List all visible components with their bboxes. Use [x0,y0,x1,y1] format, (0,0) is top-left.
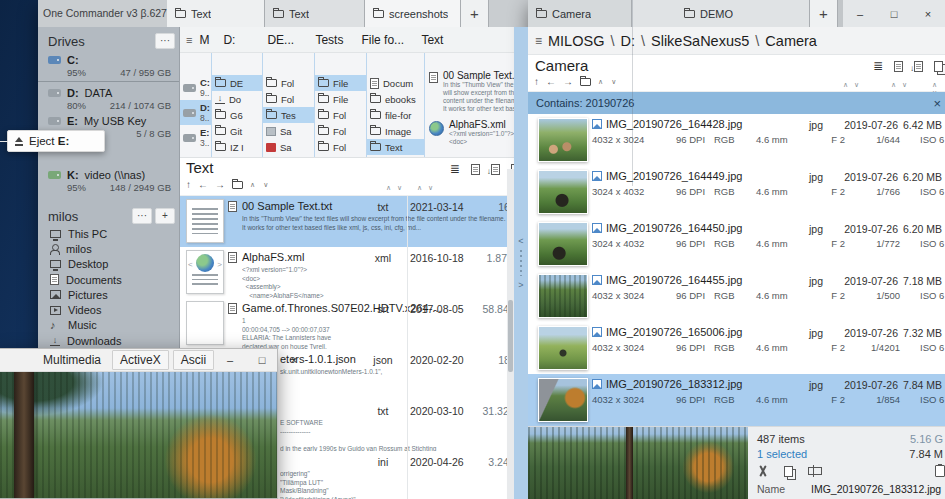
folder-up-icon[interactable] [232,181,243,189]
forward-icon[interactable]: → [563,76,573,87]
miller-item[interactable]: ebooks [367,91,424,107]
tab-camera[interactable]: Camera [528,0,632,27]
new-file-icon[interactable] [471,164,480,175]
up-icon[interactable]: ↑ [186,179,191,190]
viewer-menu-ascii[interactable]: Ascii [173,350,214,370]
miller-item[interactable]: ↓Do [212,91,262,107]
sidebar-item-pictures[interactable]: Pictures [38,287,179,302]
expand-down-icon[interactable]: ∨ [611,78,617,86]
miller-item[interactable]: Sa [263,123,314,139]
miller-item[interactable]: C:9.. [180,75,211,100]
viewer-menu-activex[interactable]: ActiveX [112,350,169,370]
new-file-icon[interactable] [894,61,903,72]
breadcrumb-segment[interactable]: SlikeSaNexus5 [651,33,749,49]
breadcrumb-segment[interactable]: MILOSG [548,33,604,49]
drive-item-K[interactable]: K:video (\\nas)95%148 / 2949 GB [38,166,179,194]
miller-item[interactable]: Sa [263,139,314,155]
breadcrumb-segment[interactable]: Text [418,33,458,47]
expand-up-icon[interactable]: ∧ [598,78,604,86]
new-tab-button[interactable]: + [461,0,489,27]
sidebar-item-documents[interactable]: Documents [38,272,179,287]
filter-close-icon[interactable]: × [933,96,941,111]
miller-item[interactable]: DE [212,75,262,91]
breadcrumb-segment[interactable]: D: [620,33,635,49]
breadcrumb-segment[interactable]: D: [220,33,264,47]
viewer-minimize-button[interactable]: – [214,354,246,366]
breadcrumb-segment[interactable]: DE... [264,33,312,47]
miller-item[interactable]: E:3.. [180,125,211,150]
sidebar-item-this-pc[interactable]: This PC [38,226,179,241]
minimize-button[interactable]: – [843,0,877,27]
photo-row[interactable]: IMG_20190726_165006.jpg4032 x 302496 DPI… [528,322,945,374]
add-favorite-button[interactable]: + [155,208,175,224]
breadcrumb-segment[interactable]: Camera [765,33,817,49]
miller-item[interactable]: Fol [315,107,366,123]
miller-item[interactable]: Docum [367,75,424,91]
file-row[interactable]: <>AlphaFS.xml<?xml version="1.0"?><doc> … [180,247,551,298]
drive-item-C[interactable]: C:95%47 / 959 GB [38,51,179,79]
sidebar-item-downloads[interactable]: ↓Downloads [38,333,179,348]
file-row[interactable]: 00 Sample Text.txtIn this "Thumb View" t… [180,196,551,247]
breadcrumb-segment[interactable]: M [196,33,220,47]
expand-up-icon[interactable]: ∧ [250,181,256,189]
miller-item[interactable]: file-for [367,107,424,123]
sidebar-item-desktop[interactable]: Desktop [38,257,179,272]
miller-item[interactable]: Fol [315,123,366,139]
drive-item-D[interactable]: D:DATA80%214 / 1074 GB [38,84,179,112]
scrollbar-thumb[interactable] [508,300,513,372]
sort-date-icon[interactable]: ∧ ∨ [417,184,435,192]
sort-ext-icon-right[interactable]: ∧ ∨ [843,81,861,89]
eject-drive-button[interactable]: Eject E: [7,130,105,152]
file-list-scrollbar[interactable] [507,169,514,499]
miller-item[interactable]: Text [367,139,424,155]
miller-item[interactable]: Tes [263,107,314,123]
viewer-menu-multimedia[interactable]: Multimedia [36,351,108,369]
rename-icon[interactable] [808,467,822,475]
miller-item[interactable]: Fol [315,139,366,155]
tab-demo[interactable]: DEMO [632,0,810,27]
photo-row[interactable]: IMG_20190726_164449.jpg3024 x 403296 DPI… [528,166,945,218]
close-button[interactable]: × [911,0,945,27]
tab-text[interactable]: Text [265,0,365,27]
splitter-right-icon[interactable]: > [518,280,523,290]
back-icon[interactable]: ← [546,76,556,87]
back-icon[interactable]: ← [198,179,208,190]
sidebar-item-videos[interactable]: Videos [38,302,179,317]
copy-icon[interactable] [784,466,793,477]
menu-icon[interactable]: ≡ [180,34,196,46]
import-file-icon[interactable] [914,61,923,72]
view-mode-icon[interactable]: ≣ [450,162,460,176]
splitter-left-icon[interactable]: < [518,236,523,246]
photo-row[interactable]: IMG_20190726_183312.jpg4032 x 302496 DPI… [528,374,945,426]
miller-item[interactable]: File [315,75,366,91]
sidebar-item-music[interactable]: ♪Music [38,318,179,333]
up-icon[interactable]: ↑ [534,76,539,87]
maximize-button[interactable]: □ [877,0,911,27]
menu-icon-right[interactable]: ≡ [535,34,542,48]
cut-icon[interactable] [757,465,769,477]
duplicate-icon[interactable] [934,61,943,72]
miller-item[interactable]: Git [212,123,262,139]
file-row[interactable]: Game.of.Thrones.S07E02.HDTV.x264-...100:… [180,298,551,349]
breadcrumb-segment[interactable]: Tests [312,33,358,47]
tab-text[interactable]: Text [167,0,265,27]
splitter-grip[interactable] [520,250,522,276]
miller-item[interactable]: G6 [212,107,262,123]
view-mode-icon[interactable]: ≣ [873,59,883,73]
photo-row[interactable]: IMG_20190726_164428.jpg4032 x 302496 DPI… [528,114,945,166]
expand-down-icon[interactable]: ∨ [263,181,269,189]
pane-splitter[interactable]: < > [514,27,528,499]
drives-menu-button[interactable]: ··· [155,33,175,49]
miller-item[interactable]: Fol [263,91,314,107]
sort-date-icon-right[interactable]: ∧ ∨ [891,81,909,89]
import-file-icon[interactable] [491,164,500,175]
viewer-maximize-button[interactable]: □ [246,354,278,366]
miller-item[interactable]: IZ I [212,139,262,155]
tab-screenshots[interactable]: screenshots [365,0,461,27]
photo-row[interactable]: IMG_20190726_164455.jpg4032 x 302496 DPI… [528,270,945,322]
breadcrumb-segment[interactable]: File fo... [358,33,418,47]
miller-item[interactable]: File [315,91,366,107]
folder-up-icon[interactable] [580,78,591,86]
forward-icon[interactable]: → [215,179,225,190]
sidebar-item-milos[interactable]: milos [38,241,179,256]
